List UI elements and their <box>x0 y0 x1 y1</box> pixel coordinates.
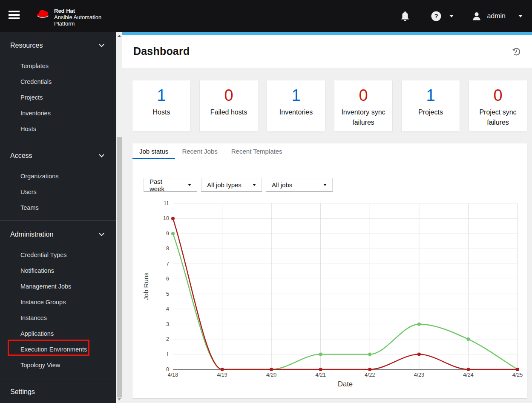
red-hat-icon <box>36 8 50 20</box>
card-value: 0 <box>473 86 523 104</box>
svg-text:1: 1 <box>166 352 169 357</box>
sidebar-item-organizations[interactable]: Organizations <box>0 168 116 184</box>
sidebar-item-notifications[interactable]: Notifications <box>0 263 116 278</box>
sidebar-nav: Resources Templates Credentials Projects… <box>0 32 116 403</box>
page-title: Dashboard <box>133 45 190 57</box>
card-label: Project sync failures <box>473 107 523 128</box>
job-types-select[interactable]: All job types <box>201 178 262 192</box>
scroll-down-arrow-icon[interactable] <box>116 396 122 402</box>
jobs-select[interactable]: All jobs <box>266 178 333 192</box>
sidebar-item-topology-view[interactable]: Topology View <box>0 357 116 373</box>
card-label: Failed hosts <box>204 107 253 117</box>
tab-recent-jobs[interactable]: Recent Jobs <box>175 143 224 159</box>
card-project-sync-failures[interactable]: 0 Project sync failures <box>469 80 527 131</box>
card-value: 1 <box>137 86 186 104</box>
sidebar-item-projects[interactable]: Projects <box>0 89 116 105</box>
job-runs-chart: 012345678910114/184/194/204/214/224/234/… <box>132 195 527 395</box>
brand-line2: Ansible Automation <box>54 14 101 20</box>
sidebar-item-instance-groups[interactable]: Instance Groups <box>0 294 116 310</box>
sidebar-group-header-access[interactable]: Access <box>0 147 116 164</box>
brand-line1: Red Hat <box>54 8 101 14</box>
caret-down-icon <box>253 184 256 186</box>
sidebar-group-header-resources[interactable]: Resources <box>0 37 116 54</box>
select-value: All jobs <box>272 181 292 189</box>
job-status-panel: Job status Recent Jobs Recent Templates … <box>132 143 527 398</box>
card-inventories[interactable]: 1 Inventories <box>267 80 325 131</box>
card-value: 0 <box>339 86 388 104</box>
chevron-down-icon <box>99 152 104 157</box>
svg-text:4/21: 4/21 <box>316 372 326 378</box>
sidebar-item-applications[interactable]: Applications <box>0 326 116 341</box>
card-label: Inventories <box>271 107 321 117</box>
sidebar-item-teams[interactable]: Teams <box>0 200 116 215</box>
top-accent-strip <box>122 32 532 35</box>
select-value: Past week <box>150 178 177 192</box>
user-icon <box>472 11 482 21</box>
sidebar-item-execution-environments[interactable]: Execution Environments <box>0 341 116 357</box>
tab-job-status[interactable]: Job status <box>132 143 175 159</box>
svg-text:4/19: 4/19 <box>217 372 227 378</box>
svg-text:5: 5 <box>166 291 169 297</box>
main-content: Dashboard 1 Hosts 0 Failed hosts 1 Inven… <box>122 32 532 403</box>
sidebar-item-settings[interactable]: Settings <box>0 383 116 400</box>
svg-text:6: 6 <box>166 276 169 282</box>
sidebar-item-templates[interactable]: Templates <box>0 58 116 74</box>
top-navbar: Red Hat Ansible Automation Platform ? <box>0 0 532 32</box>
card-projects[interactable]: 1 Projects <box>402 80 460 131</box>
page-header: Dashboard <box>122 35 532 68</box>
caret-down-icon <box>188 184 191 186</box>
svg-text:10: 10 <box>163 215 169 221</box>
question-circle-icon: ? <box>431 11 442 22</box>
dashboard-history-button[interactable] <box>512 47 521 56</box>
svg-text:3: 3 <box>166 321 169 327</box>
group-label: Access <box>10 152 32 160</box>
card-value: 1 <box>271 86 321 104</box>
brand-line3: Platform <box>54 20 101 27</box>
sidebar-item-users[interactable]: Users <box>0 184 116 200</box>
svg-text:4/22: 4/22 <box>365 372 375 378</box>
caret-down-icon <box>323 184 327 186</box>
bell-icon <box>400 11 410 22</box>
scroll-up-arrow-icon[interactable] <box>116 33 122 39</box>
card-hosts[interactable]: 1 Hosts <box>132 80 190 131</box>
card-inventory-sync-failures[interactable]: 0 Inventory sync failures <box>334 80 392 131</box>
user-menu-button[interactable]: admin <box>472 11 523 21</box>
chart-filters: Past week All job types All jobs <box>144 178 527 192</box>
dashboard-content: 1 Hosts 0 Failed hosts 1 Inventories 0 I… <box>122 80 532 398</box>
menu-toggle-icon[interactable] <box>9 11 20 21</box>
sidebar-item-hosts[interactable]: Hosts <box>0 121 116 137</box>
sidebar-item-inventories[interactable]: Inventories <box>0 105 116 121</box>
tab-recent-templates[interactable]: Recent Templates <box>224 143 289 159</box>
period-select[interactable]: Past week <box>144 178 197 192</box>
sidebar-item-credential-types[interactable]: Credential Types <box>0 247 116 263</box>
select-value: All job types <box>207 181 242 189</box>
svg-text:4: 4 <box>166 306 169 312</box>
sidebar-group-resources: Resources Templates Credentials Projects… <box>0 32 116 142</box>
svg-text:Date: Date <box>338 380 353 388</box>
sidebar-group-header-administration[interactable]: Administration <box>0 226 116 243</box>
svg-text:11: 11 <box>164 200 169 206</box>
notifications-button[interactable] <box>400 11 410 22</box>
scrollbar-thumb[interactable] <box>117 137 122 397</box>
svg-text:0: 0 <box>166 366 169 372</box>
sidebar-scrollbar[interactable] <box>116 32 122 403</box>
brand-logo[interactable]: Red Hat Ansible Automation Platform <box>36 8 101 27</box>
sidebar-item-management-jobs[interactable]: Management Jobs <box>0 278 116 294</box>
history-icon <box>512 47 521 56</box>
caret-down-icon <box>518 15 523 17</box>
chevron-down-icon <box>99 42 104 47</box>
chevron-down-icon <box>99 231 104 236</box>
card-label: Projects <box>406 107 455 117</box>
panel-tabs: Job status Recent Jobs Recent Templates <box>132 143 527 159</box>
summary-cards-row: 1 Hosts 0 Failed hosts 1 Inventories 0 I… <box>132 80 527 131</box>
svg-text:Job Runs: Job Runs <box>142 272 150 300</box>
card-failed-hosts[interactable]: 0 Failed hosts <box>200 80 258 131</box>
help-dropdown-button[interactable]: ? <box>431 11 454 22</box>
svg-text:4/18: 4/18 <box>168 372 178 378</box>
card-label: Inventory sync failures <box>339 107 388 128</box>
sidebar-item-credentials[interactable]: Credentials <box>0 74 116 89</box>
sidebar-item-instances[interactable]: Instances <box>0 310 116 326</box>
svg-text:4/24: 4/24 <box>463 372 473 378</box>
svg-text:4/23: 4/23 <box>414 372 424 378</box>
card-value: 0 <box>204 86 253 104</box>
